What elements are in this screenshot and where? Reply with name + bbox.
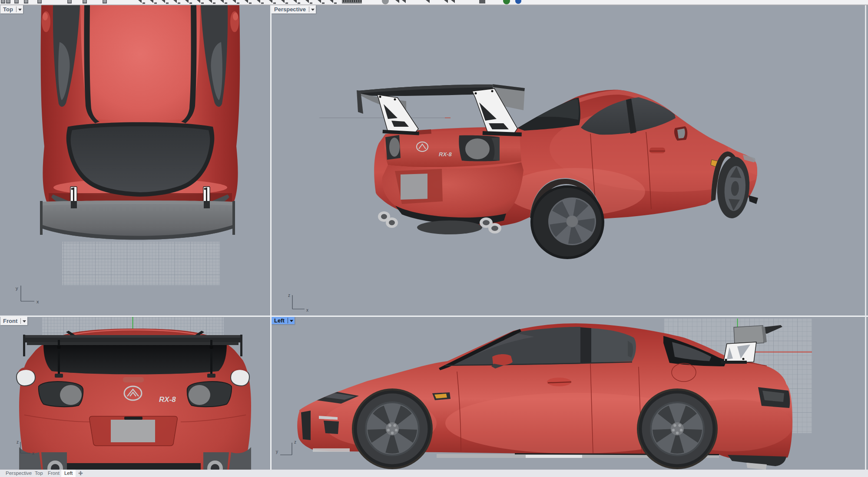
svg-text:RX-8: RX-8 — [439, 151, 452, 158]
svg-text:y: y — [276, 449, 278, 454]
svg-text:x: x — [306, 308, 308, 313]
svg-text:y: y — [16, 286, 18, 291]
svg-text:z: z — [17, 440, 19, 444]
svg-text:x: x — [36, 299, 39, 304]
svg-text:x: x — [32, 451, 34, 456]
svg-text:z: z — [288, 293, 290, 298]
svg-text:RX-8: RX-8 — [159, 395, 176, 404]
svg-text:z: z — [294, 440, 296, 444]
